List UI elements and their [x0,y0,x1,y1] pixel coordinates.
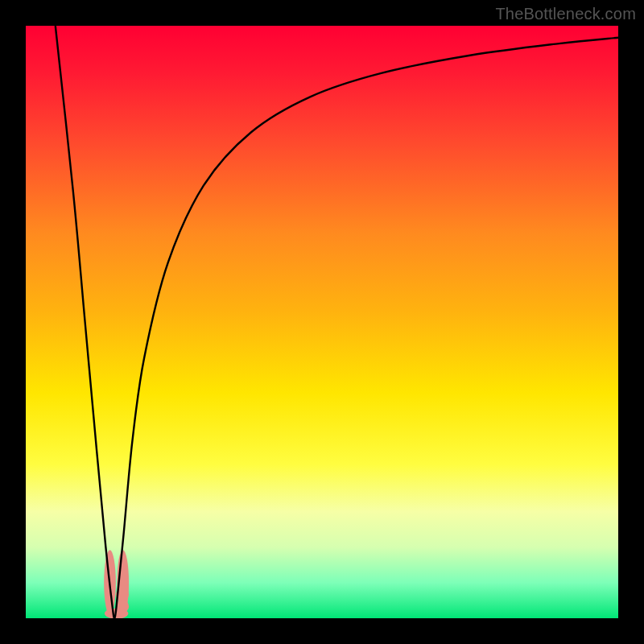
curve-layer [26,26,618,618]
chart-frame: TheBottleneck.com [0,0,644,644]
watermark-text: TheBottleneck.com [495,5,636,23]
plot-area [26,26,618,618]
bottleneck-curve [56,26,618,618]
